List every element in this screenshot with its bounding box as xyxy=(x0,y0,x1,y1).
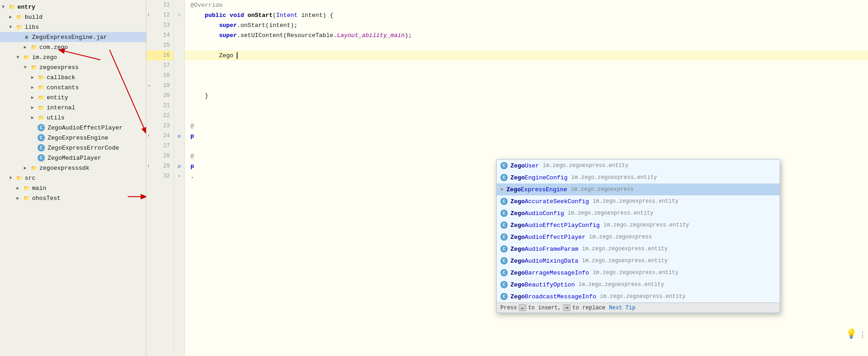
tree-item-internal[interactable]: 📁 internal xyxy=(0,102,146,113)
ac-name-bold: Zego xyxy=(510,270,525,276)
tree-item-zegoexpresssdk[interactable]: 📁 zegoexpresssdk xyxy=(0,163,146,173)
ac-package: im.zego.zegoexpress.entity xyxy=(603,222,689,228)
line-29: ↑ 29 xyxy=(146,161,174,171)
class-icon: C xyxy=(500,174,508,181)
tree-item-constants[interactable]: 📁 constants xyxy=(0,82,146,92)
ac-item-ZegoEngineConfig[interactable]: C ZegoEngineConfig im.zego.zegoexpress.e… xyxy=(497,172,780,183)
tree-item-entity[interactable]: 📁 entity xyxy=(0,92,146,102)
ac-item-ZegoAudioMixingData[interactable]: C ZegoAudioMixingData im.zego.zegoexpres… xyxy=(497,255,780,267)
ac-package: im.zego.zegoexpress.entity xyxy=(582,258,667,264)
ac-name-bold: Zego xyxy=(506,186,521,193)
ac-package: im.zego.zegoexpress.entity xyxy=(571,174,657,181)
class-icon: C xyxy=(500,198,508,205)
ac-item-ZegoAccurateSeekConfig[interactable]: C ZegoAccurateSeekConfig im.zego.zegoexp… xyxy=(497,195,780,207)
tree-label-com-zego: com.zego xyxy=(39,44,68,51)
tree-item-libs[interactable]: 📁 libs xyxy=(0,22,146,32)
autocomplete-dropdown[interactable]: C ZegoUser im.zego.zegoexpress.entity C … xyxy=(496,159,780,313)
folder-icon: 📁 xyxy=(23,184,30,192)
code-line-18 xyxy=(185,70,868,81)
line-32: 32 xyxy=(146,171,174,181)
ac-item-ZegoExpressEngine[interactable]: ➤ ZegoExpressEngine im.zego.zegoexpress xyxy=(497,183,780,195)
tree-label-build: build xyxy=(25,14,43,21)
tree-item-ZegoExpressEngine[interactable]: C ZegoExpressEngine xyxy=(0,133,146,143)
tree-label-im-zego: im.zego xyxy=(32,54,57,61)
ac-name-rest: AudioEffectPlayer xyxy=(525,234,586,241)
tree-label-ZegoExpressErrorCode: ZegoExpressErrorCode xyxy=(48,145,119,151)
line-21: 21 xyxy=(146,101,174,111)
gutter-arrow-29: ↑ xyxy=(147,164,150,169)
line-15: 15 xyxy=(146,40,174,50)
tree-item-ohosTest[interactable]: 📁 ohosTest xyxy=(0,193,146,203)
ac-name-rest: User xyxy=(525,162,539,169)
lightbulb-icon[interactable]: 💡 xyxy=(846,328,857,340)
ac-item-ZegoBeautifyOption[interactable]: C ZegoBeautifyOption im.zego.zegoexpress… xyxy=(497,279,780,291)
bookmark-gutter: ○ ⊞ ⊞ • xyxy=(174,0,185,356)
tree-item-jar[interactable]: ▦ ZegoExpressEngine.jar xyxy=(0,32,146,42)
tree-item-main[interactable]: 📁 main xyxy=(0,183,146,193)
footer-replace-text: to replace xyxy=(572,305,605,311)
bookmark-32: • xyxy=(178,173,181,179)
code-line-17 xyxy=(185,60,868,70)
code-line-27 xyxy=(185,141,868,151)
expand-icon xyxy=(31,75,38,80)
line-11: 11 xyxy=(146,0,174,10)
line-13: 13 xyxy=(146,20,174,30)
tree-label-zegoexpress: zegoexpress xyxy=(39,64,79,71)
expand-icon xyxy=(9,25,16,30)
ac-name-bold: Zego xyxy=(510,222,525,229)
class-icon: C xyxy=(500,293,508,300)
code-editor: 11 ↑ 12 13 14 15 16 17 18 → 19 20 21 22 … xyxy=(146,0,868,356)
folder-icon: 📁 xyxy=(38,114,45,121)
ac-item-ZegoAudioFrameParam[interactable]: C ZegoAudioFrameParam im.zego.zegoexpres… xyxy=(497,243,780,255)
line-14: 14 xyxy=(146,30,174,40)
ac-item-ZegoAudioConfig[interactable]: C ZegoAudioConfig im.zego.zegoexpress.en… xyxy=(497,207,780,219)
ac-item-ZegoBroadcastMessageInfo[interactable]: C ZegoBroadcastMessageInfo im.zego.zegoe… xyxy=(497,291,780,302)
class-icon: C xyxy=(38,154,45,162)
code-line-15 xyxy=(185,40,868,50)
ac-name-bold: Zego xyxy=(510,162,525,169)
tree-item-ZegoAudioEffectPlayer[interactable]: C ZegoAudioEffectPlayer xyxy=(0,123,146,133)
tree-label-ohosTest: ohosTest xyxy=(32,195,60,202)
tree-label-jar: ZegoExpressEngine.jar xyxy=(32,34,107,41)
class-icon: C xyxy=(38,144,45,151)
code-content[interactable]: @Override public void onStart(Intent int… xyxy=(185,0,868,356)
ac-item-ZegoBarrageMessageInfo[interactable]: C ZegoBarrageMessageInfo im.zego.zegoexp… xyxy=(497,267,780,279)
gutter-arrow-24: ↑ xyxy=(147,134,150,139)
expand-icon xyxy=(9,14,16,20)
tree-item-zegoexpress[interactable]: 📁 zegoexpress xyxy=(0,62,146,72)
tree-item-ZegoMediaPlayer[interactable]: C ZegoMediaPlayer xyxy=(0,153,146,163)
tree-item-callback[interactable]: 📁 callback xyxy=(0,72,146,82)
tree-item-src[interactable]: 📁 src xyxy=(0,173,146,183)
tree-item-ZegoExpressErrorCode[interactable]: C ZegoExpressErrorCode xyxy=(0,143,146,153)
line-22: 22 xyxy=(146,111,174,121)
tree-item-im-zego[interactable]: 📁 im.zego xyxy=(0,52,146,62)
ac-package: im.zego.zegoexpress xyxy=(571,186,634,193)
ac-name-rest: BarrageMessageInfo xyxy=(525,270,589,276)
ac-package: im.zego.zegoexpress.entity xyxy=(593,198,678,205)
tree-item-utils[interactable]: 📁 utils xyxy=(0,113,146,123)
class-icon: C xyxy=(500,162,508,169)
tree-item-build[interactable]: 📁 build xyxy=(0,12,146,22)
expand-icon xyxy=(24,65,30,70)
code-line-16: Zego xyxy=(185,50,868,60)
ac-item-ZegoAudioEffectPlayConfig[interactable]: C ZegoAudioEffectPlayConfig im.zego.zego… xyxy=(497,219,780,231)
folder-icon: 📁 xyxy=(38,84,45,91)
bookmark-24: ⊞ xyxy=(178,133,181,139)
bookmark-12: ○ xyxy=(178,12,181,18)
more-options-icon[interactable]: ⋮ xyxy=(859,330,866,340)
class-icon: C xyxy=(38,124,45,131)
next-tip-link[interactable]: Next Tip xyxy=(609,305,635,311)
class-icon: C xyxy=(500,281,508,288)
line-20: 20 xyxy=(146,91,174,101)
ac-item-ZegoUser[interactable]: C ZegoUser im.zego.zegoexpress.entity xyxy=(497,160,780,172)
code-line-20: } xyxy=(185,91,868,101)
tree-item-entry[interactable]: 📁 entry xyxy=(0,2,146,12)
tree-item-com-zego[interactable]: 📁 com.zego xyxy=(0,42,146,52)
ac-name-rest: AccurateSeekConfig xyxy=(525,198,589,205)
folder-icon: 📁 xyxy=(23,54,30,61)
ac-name-bold: Zego xyxy=(510,281,525,288)
tree-label-ZegoExpressEngine: ZegoExpressEngine xyxy=(48,135,108,141)
folder-icon: 📁 xyxy=(8,3,16,11)
expand-icon xyxy=(2,5,8,10)
ac-item-ZegoAudioEffectPlayer[interactable]: C ZegoAudioEffectPlayer im.zego.zegoexpr… xyxy=(497,231,780,243)
